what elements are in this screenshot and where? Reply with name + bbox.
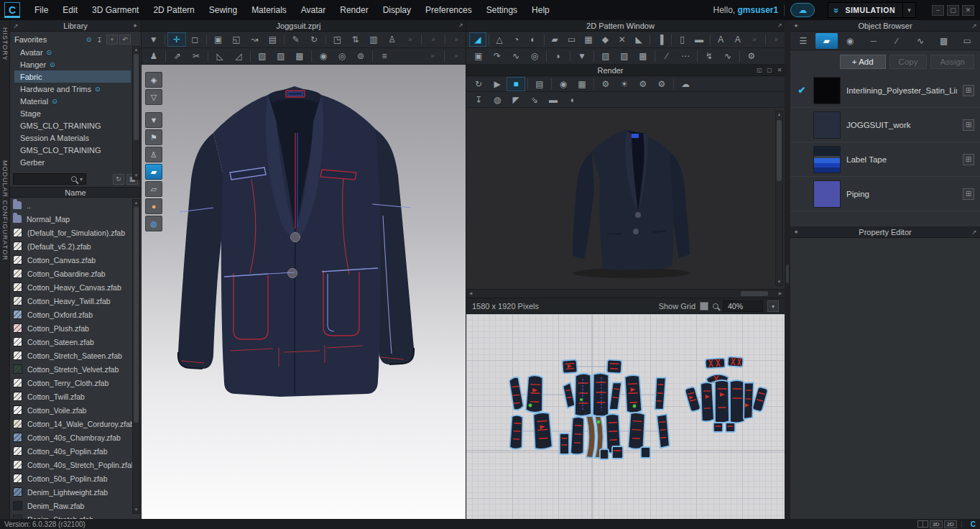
show-stage-toggle[interactable]: ◈ [145, 72, 162, 88]
add-button[interactable]: + Add [840, 55, 886, 69]
back-button[interactable]: ↶ [119, 34, 131, 45]
sculpt-tool[interactable]: ↝ [246, 32, 264, 47]
popout-icon[interactable]: ↗ [969, 22, 980, 29]
tack-avatar-tool[interactable]: ✂ [187, 49, 205, 63]
file-item-[interactable]: .. [13, 198, 131, 212]
tab-pin-icon[interactable]: ─ [862, 33, 885, 49]
polygon-tool[interactable]: ▰ [547, 32, 563, 47]
close-button[interactable]: ✕ [962, 5, 974, 16]
file-item-denim-raw-zfab[interactable]: Denim_Raw.zfab [13, 499, 131, 512]
tab-measure-icon[interactable]: ▭ [956, 33, 979, 49]
item-settings-icon[interactable]: ⊞ [963, 119, 974, 131]
scroll-down-icon[interactable]: ▼ [133, 172, 139, 179]
assign-button[interactable]: Assign [930, 55, 974, 69]
elastic-tool[interactable]: ↯ [700, 49, 718, 63]
file-item-cotton-canvas-zfab[interactable]: Cotton_Canvas.zfab [13, 253, 131, 267]
file-item-cotton-stretch-sateen-zfab[interactable]: Cotton_Stretch_Sateen.zfab [13, 349, 131, 362]
sewing-machine-3d-tool[interactable]: ▤ [264, 32, 282, 47]
overflow-icon[interactable]: » [746, 32, 762, 47]
pin-icon[interactable]: ✦ [790, 229, 802, 236]
file-item-cotton-40s-poplin-zfab[interactable]: Cotton_40s_Poplin.zfab [13, 444, 131, 458]
start-render-icon[interactable]: ▶ [488, 77, 507, 91]
texture-2d-tool[interactable]: ▩ [634, 49, 652, 63]
library-folder-gms-clo-training[interactable]: GMS_CLO_TRAINING [14, 144, 131, 156]
notch-tool[interactable]: ▯ [674, 32, 690, 47]
menu-item-avatar[interactable]: Avatar [294, 0, 333, 20]
button-sew-tool[interactable]: ⊚ [351, 49, 370, 63]
scroll-thumb[interactable] [134, 54, 139, 140]
overflow-icon[interactable]: » [423, 49, 442, 63]
overflow-icon[interactable]: » [424, 32, 442, 47]
scroll-left-icon[interactable]: ◀ [467, 290, 474, 297]
environment-light-icon[interactable]: ◍ [488, 93, 507, 107]
file-item-cotton-stretch-velvet-zfab[interactable]: Cotton_Stretch_Velvet.zfab [13, 362, 131, 376]
buttonhole-tool[interactable]: ◎ [333, 49, 351, 63]
menu-item-file[interactable]: File [27, 0, 55, 20]
file-item-cotton-40s-chambray-zfab[interactable]: Cotton_40s_Chambray.zfab [13, 431, 131, 444]
trace-tool[interactable]: ◣ [630, 32, 647, 47]
search-input[interactable] [14, 175, 71, 183]
file-list-scrollbar[interactable]: ▲ ▼ [132, 199, 140, 514]
preset-shape-tool[interactable]: ▦ [580, 32, 596, 47]
cut-sew-tool[interactable]: ▐ [652, 32, 669, 47]
show-grid-checkbox[interactable] [700, 302, 708, 310]
object-item-joggsuit-work[interactable]: JOGGSUIT_work⊞ [790, 108, 980, 142]
menu-item-help[interactable]: Help [524, 0, 557, 20]
popout-icon[interactable]: ↗ [775, 22, 785, 29]
measure-line-tool[interactable]: ∕ [657, 49, 676, 63]
mesh-tool[interactable]: ▩ [290, 49, 309, 63]
select-box-tool[interactable]: ◻ [186, 32, 204, 47]
show-garment-2d-toggle[interactable]: ▼ [573, 49, 591, 63]
pin-tool[interactable]: ▣ [209, 32, 227, 47]
softbox-light-icon[interactable]: ▬ [544, 93, 563, 107]
file-item-cotton-sateen-zfab[interactable]: Cotton_Sateen.zfab [13, 335, 131, 349]
scroll-up-icon[interactable]: ▲ [776, 111, 782, 118]
file-item-cotton-voile-zfab[interactable]: Cotton_Voile.zfab [13, 403, 131, 417]
menu-item-render[interactable]: Render [333, 0, 375, 20]
scroll-down-icon[interactable]: ▼ [133, 507, 139, 513]
library-folder-stage[interactable]: Stage [14, 107, 131, 119]
item-settings-icon[interactable]: ⊞ [963, 85, 974, 96]
walk-pose-tool[interactable]: ♟ [144, 49, 163, 63]
tab-scene-icon[interactable]: ☰ [792, 33, 815, 49]
minimize-button[interactable]: – [932, 5, 944, 16]
file-item-default-v5-2-zfab[interactable]: (Default_v5.2).zfab [13, 239, 131, 253]
cloud-render-icon[interactable]: ☁ [676, 77, 695, 91]
flip-arrange-tool[interactable]: ◳ [328, 32, 346, 47]
simulation-mode-dropdown[interactable]: » SIMULATION ▾ [828, 2, 916, 18]
view-2d-button[interactable]: 2D [944, 520, 957, 528]
file-item-denim-stretch-zfab[interactable]: Denim_Stretch.zfab [13, 512, 131, 519]
popout-icon[interactable]: ↗ [456, 22, 466, 29]
tab-history[interactable]: HISTORY [1, 27, 9, 61]
image-settings-icon[interactable]: ⚙ [596, 77, 615, 91]
stop-render-icon[interactable]: ■ [507, 77, 525, 91]
popout-icon[interactable]: ↗ [10, 22, 22, 29]
light-settings-icon[interactable]: ☀ [615, 77, 634, 91]
simulate-tool[interactable]: ▼ [144, 32, 162, 47]
refresh-icon[interactable]: ↻ [113, 174, 124, 185]
menu-item-edit[interactable]: Edit [55, 0, 85, 20]
solidify-2d-tool[interactable]: ▧ [596, 49, 615, 63]
edit-sew-tool[interactable]: ◎ [525, 49, 544, 63]
button-tool[interactable]: ◉ [314, 49, 333, 63]
measure-tape-tool[interactable]: ⋯ [676, 49, 695, 63]
file-item-default-for-simulation-zfab[interactable]: (Default_for_Simulation).zfab [13, 226, 131, 239]
arrange-pair-tool[interactable]: ⇅ [346, 32, 364, 47]
search-box[interactable]: ▾ [13, 173, 86, 185]
show-avatar-toggle[interactable]: ● [145, 198, 162, 214]
text-tool[interactable]: A [713, 32, 729, 47]
edit-round-tool[interactable]: ◐ [524, 32, 541, 47]
library-folder-hardware-and-trims[interactable]: Hardware and Trims⊙ [14, 83, 131, 95]
tab-trim-icon[interactable]: ▩ [933, 33, 956, 49]
menu-item-materials[interactable]: Materials [244, 0, 294, 20]
show-garment-toggle[interactable]: ▼ [145, 112, 162, 128]
tack-tool[interactable]: ⇗ [168, 49, 187, 63]
panel-divider[interactable] [785, 20, 790, 519]
steam-iron-tool[interactable]: ◗ [549, 49, 568, 63]
item-settings-icon[interactable]: ⊞ [963, 154, 974, 165]
arrange-side-tool[interactable]: ▥ [364, 32, 382, 47]
library-scrollbar[interactable]: ▲ ▼ [132, 46, 140, 180]
overflow-icon[interactable]: » [448, 32, 466, 47]
menu-item-3d-garment[interactable]: 3D Garment [85, 0, 146, 20]
free-sew-tool[interactable]: ↷ [488, 49, 507, 63]
